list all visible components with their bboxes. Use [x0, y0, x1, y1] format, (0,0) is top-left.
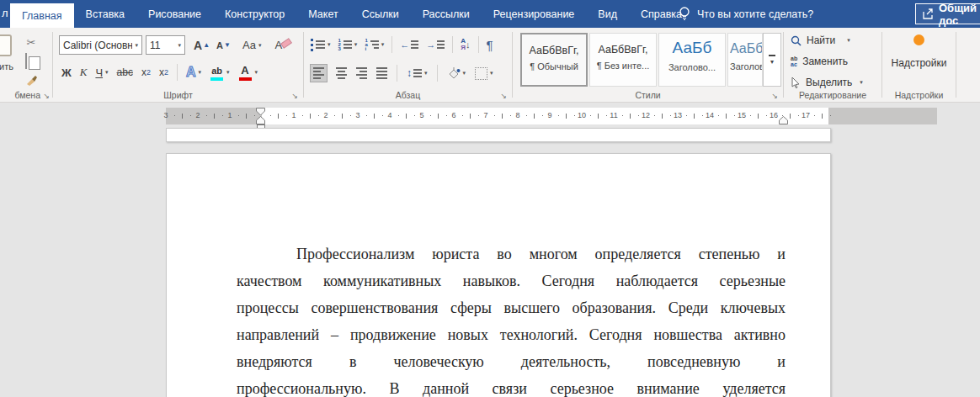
font-color-button[interactable]: А ▾	[238, 64, 258, 81]
tab-layout[interactable]: Макет	[296, 0, 349, 28]
tab-draw[interactable]: Рисование	[136, 0, 213, 28]
line-spacing-button[interactable]: ↕▾	[407, 67, 428, 79]
find-label: Найти	[807, 34, 835, 46]
tell-me-search[interactable]: Что вы хотите сделать?	[679, 0, 813, 28]
copy-button[interactable]	[25, 54, 37, 69]
replace-icon: abac	[791, 56, 797, 67]
strikethrough-button[interactable]: abc	[117, 66, 133, 78]
document-line: процессы совершенствования сферы высшего…	[237, 294, 786, 321]
font-size-combobox[interactable]: 11▾	[146, 35, 185, 55]
tab-mailings[interactable]: Рассылки	[411, 0, 482, 28]
borders-button[interactable]: ▾	[475, 67, 493, 80]
align-center-button[interactable]	[336, 67, 347, 79]
font-group-label: Шрифт	[53, 90, 303, 100]
chevron-down-icon: ▾	[770, 58, 774, 66]
style-card-no-spacing[interactable]: АаБбВвГг, ¶ Без инте...	[589, 33, 657, 87]
change-case-button[interactable]: Аа▾	[242, 39, 262, 51]
paste-icon	[0, 34, 12, 56]
multilevel-list-icon: 1ai	[365, 39, 378, 51]
clipboard-group: зить ✂ бмена ↘	[0, 28, 52, 103]
page-2[interactable]: Профессионализм юриста во многом определ…	[166, 153, 831, 397]
sort-button[interactable]: АЯ ↓	[461, 38, 470, 51]
subscript-button[interactable]: x2	[141, 66, 151, 78]
share-label: Общий дос	[939, 2, 977, 27]
shading-button[interactable]: ▾	[447, 67, 466, 79]
tab-review[interactable]: Рецензирование	[482, 0, 587, 28]
paragraph-dialog-launcher[interactable]: ↘	[500, 92, 507, 100]
share-button[interactable]: Общий дос	[915, 3, 980, 24]
paragraph-group: ▾ 123▾ 1ai▾ ← → АЯ ↓ ¶ ↕▾	[304, 28, 512, 103]
paste-button[interactable]: зить	[0, 34, 13, 71]
decrease-indent-button[interactable]: ←	[400, 40, 418, 50]
copy-icon	[25, 53, 27, 69]
numbering-button[interactable]: 123▾	[338, 39, 358, 51]
tab-view[interactable]: Вид	[586, 0, 629, 28]
align-right-button[interactable]	[356, 67, 367, 79]
replace-button[interactable]: abac Заменить	[791, 56, 848, 67]
style-card-normal[interactable]: АаБбВвГг, ¶ Обычный	[520, 33, 588, 87]
cut-button[interactable]: ✂	[25, 36, 37, 49]
underline-button[interactable]: Ч▾	[95, 66, 108, 79]
font-size-value: 11	[150, 40, 160, 51]
style-card-heading1[interactable]: АаБб Заголово...	[658, 33, 726, 87]
ruler-ticks: 3211234567891011121314151617	[166, 108, 937, 124]
align-left-button[interactable]	[311, 65, 327, 82]
tab-design[interactable]: Конструктор	[213, 0, 296, 28]
document-text[interactable]: Профессионализм юриста во многом определ…	[237, 241, 786, 397]
bold-button[interactable]: Ж	[61, 66, 72, 79]
tab-strip: Главная Вставка Рисование Конструктор Ма…	[10, 0, 694, 28]
tab-insert[interactable]: Вставка	[74, 0, 136, 28]
document-line: качеством коммуникативных навыков. Сегод…	[237, 267, 786, 294]
shrink-font-button[interactable]: А▼	[216, 40, 231, 50]
select-button[interactable]: Выделить▾	[791, 77, 863, 88]
clipboard-dialog-launcher[interactable]: ↘	[43, 92, 50, 100]
tab-home[interactable]: Главная	[10, 3, 74, 28]
search-icon	[791, 35, 802, 46]
chevron-down-icon: ▾	[135, 42, 138, 49]
superscript-button[interactable]: x2	[159, 66, 168, 78]
increase-indent-button[interactable]: →	[426, 40, 445, 50]
file-tab-fragment[interactable]: л	[2, 7, 8, 19]
justify-button[interactable]	[376, 67, 387, 79]
first-line-indent-marker[interactable]	[255, 108, 266, 116]
editing-group: Найти▾ abac Заменить Выделить▾ Редактиро…	[784, 28, 881, 103]
right-indent-marker[interactable]	[778, 116, 789, 124]
style-card-heading2[interactable]: АаБбВ Заголово...	[727, 33, 763, 87]
styles-gallery-more-button[interactable]: ▾	[763, 33, 781, 87]
font-name-value: Calibri (Основн	[63, 40, 132, 51]
multilevel-list-button[interactable]: 1ai▾	[365, 39, 384, 51]
document-line: профессиональную. В данной связи серьезн…	[237, 375, 786, 397]
clear-formatting-button[interactable]: А	[274, 39, 282, 51]
format-painter-icon	[25, 74, 37, 86]
font-name-combobox[interactable]: Calibri (Основн▾	[59, 35, 142, 55]
italic-button[interactable]: К	[80, 66, 88, 79]
hanging-indent-marker[interactable]	[255, 116, 266, 124]
arrow-right-icon: →	[426, 40, 435, 50]
ribbon-tab-bar: л Главная Вставка Рисование Конструктор …	[0, 0, 980, 28]
text-effects-button[interactable]: А▾	[186, 65, 201, 80]
lightbulb-icon	[679, 7, 690, 22]
styles-dialog-launcher[interactable]: ↘	[771, 92, 778, 100]
paste-label: зить	[0, 61, 13, 71]
addins-group: Надстройки Надстройки	[882, 28, 956, 103]
styles-group: АаБбВвГг, ¶ Обычный АаБбВвГг, ¶ Без инте…	[513, 28, 783, 103]
document-line: Профессионализм юриста во многом определ…	[237, 241, 786, 267]
select-label: Выделить	[806, 77, 852, 88]
find-button[interactable]: Найти▾	[791, 34, 850, 46]
font-group: Calibri (Основн▾ 11▾ А▲ А▼ Аа▾ А Ж К Ч▾ …	[53, 28, 303, 103]
highlight-color-button[interactable]: ab ▾	[210, 64, 230, 81]
show-marks-button[interactable]: ¶	[487, 38, 493, 52]
format-painter-button[interactable]	[25, 74, 37, 86]
document-line: внедряются в человеческую деятельность, …	[237, 348, 786, 375]
addins-button[interactable]: Надстройки	[882, 34, 956, 69]
bullets-button[interactable]: ▾	[311, 39, 331, 51]
grow-font-button[interactable]: А▲	[194, 39, 210, 52]
style-sample: АаБбВ	[728, 41, 762, 56]
tell-me-label: Что вы хотите сделать?	[697, 8, 813, 20]
style-sample: АаБбВвГг,	[522, 45, 586, 56]
arrow-down-icon: ↓	[466, 40, 471, 50]
ruler[interactable]: 3211234567891011121314151617	[166, 108, 937, 124]
font-dialog-launcher[interactable]: ↘	[291, 92, 298, 100]
tab-references[interactable]: Ссылки	[350, 0, 411, 28]
arrow-left-icon: ←	[400, 40, 409, 50]
